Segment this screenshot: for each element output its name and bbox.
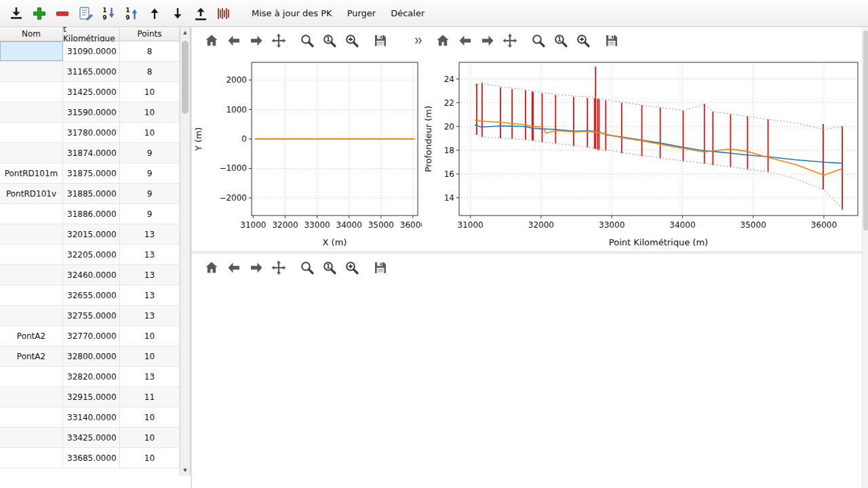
cell-pk[interactable]: 31590.0000 (63, 102, 120, 122)
sort-descending-button[interactable] (98, 3, 119, 24)
panel-scrollbar[interactable] (862, 27, 868, 488)
edit-list-button[interactable] (75, 3, 96, 24)
scroll-up-icon[interactable]: ▲ (180, 28, 190, 37)
cell-points[interactable]: 10 (120, 346, 180, 366)
cell-points[interactable]: 13 (120, 224, 180, 244)
cell-nom[interactable] (0, 123, 63, 142)
remove-section-button[interactable] (52, 3, 73, 24)
pan-button[interactable] (269, 30, 289, 51)
cell-nom[interactable]: PontA2 (0, 346, 63, 366)
forward-button[interactable] (246, 258, 267, 278)
table-row[interactable]: 32460.000013 (0, 265, 180, 285)
cell-points[interactable]: 8 (120, 62, 180, 81)
home-button[interactable] (201, 258, 222, 278)
table-scrollbar-thumb[interactable] (182, 41, 189, 114)
export-button[interactable] (190, 3, 212, 24)
cell-pk[interactable]: 31780.0000 (63, 123, 120, 142)
zoom-button[interactable] (297, 30, 317, 51)
cell-points[interactable]: 13 (120, 367, 180, 386)
cell-pk[interactable]: 31886.0000 (63, 204, 120, 224)
cell-nom[interactable] (0, 448, 63, 468)
table-row[interactable]: 32820.000013 (0, 367, 180, 387)
table-row[interactable]: 33140.000010 (0, 407, 180, 428)
cell-nom[interactable] (0, 224, 63, 244)
cell-nom[interactable] (0, 367, 63, 386)
cell-pk[interactable]: 32460.0000 (63, 265, 120, 285)
cell-points[interactable]: 13 (120, 285, 180, 305)
cell-nom[interactable] (0, 265, 63, 285)
shift-button[interactable]: Décaler (384, 3, 431, 24)
table-row[interactable]: 31780.000010 (0, 123, 180, 143)
back-button[interactable] (455, 30, 475, 51)
cell-points[interactable]: 9 (120, 184, 180, 203)
cell-pk[interactable]: 31874.0000 (63, 143, 120, 163)
scroll-down-icon[interactable]: ▼ (180, 466, 190, 475)
cell-pk[interactable]: 32205.0000 (63, 245, 120, 264)
cell-nom[interactable] (0, 82, 63, 102)
cell-pk[interactable]: 32800.0000 (63, 346, 120, 366)
cell-pk[interactable]: 32755.0000 (63, 306, 120, 325)
cell-points[interactable]: 13 (120, 306, 180, 325)
zoom-one-button[interactable] (551, 30, 571, 51)
profiles-button[interactable] (213, 3, 235, 24)
cell-pk[interactable]: 31425.0000 (63, 82, 120, 102)
cell-points[interactable]: 10 (120, 407, 180, 427)
table-row[interactable]: PontA232770.000010 (0, 326, 180, 346)
table-scrollbar[interactable]: ▲ ▼ (180, 27, 190, 476)
zoom-button[interactable] (297, 258, 317, 278)
cell-nom[interactable] (0, 387, 63, 407)
cell-nom[interactable] (0, 285, 63, 305)
panel-scrollbar-thumb[interactable] (863, 30, 868, 230)
table-row[interactable]: 32205.000013 (0, 245, 180, 265)
table-row[interactable]: PontA232800.000010 (0, 346, 180, 367)
table-row[interactable]: 33685.000010 (0, 448, 180, 468)
cell-pk[interactable]: 32655.0000 (63, 285, 120, 305)
cell-points[interactable]: 13 (120, 265, 180, 285)
cell-nom[interactable]: PontRD101m (0, 163, 63, 183)
column-header-pk[interactable]: t Kilométrique (63, 27, 120, 41)
cell-points[interactable]: 9 (120, 163, 180, 183)
table-row[interactable]: PontRD101v31885.00009 (0, 184, 180, 204)
table-row[interactable]: 31874.00009 (0, 143, 180, 163)
cell-points[interactable]: 10 (120, 428, 180, 447)
zoom-plus-button[interactable] (342, 30, 362, 51)
cell-pk[interactable]: 31090.0000 (63, 41, 120, 61)
cell-nom[interactable] (0, 407, 63, 427)
cell-pk[interactable]: 32015.0000 (63, 224, 120, 244)
forward-button[interactable] (477, 30, 498, 51)
cell-points[interactable]: 10 (120, 326, 180, 346)
zoom-one-button[interactable] (319, 30, 340, 51)
move-down-button[interactable] (167, 3, 189, 24)
table-row[interactable]: 32915.000011 (0, 387, 180, 407)
cell-points[interactable]: 9 (120, 204, 180, 224)
import-button[interactable] (5, 3, 27, 24)
table-row[interactable]: PontRD101m31875.00009 (0, 163, 180, 184)
cell-pk[interactable]: 33425.0000 (63, 428, 120, 447)
sort-ascending-button[interactable] (121, 3, 142, 24)
cell-nom[interactable]: PontA2 (0, 326, 63, 346)
table-row[interactable]: 31590.000010 (0, 102, 180, 123)
home-button[interactable] (433, 30, 453, 51)
save-button[interactable] (370, 30, 391, 51)
table-row[interactable]: 32755.000013 (0, 306, 180, 326)
column-header-points[interactable]: Points (120, 27, 180, 41)
cell-pk[interactable]: 31165.0000 (63, 62, 120, 81)
update-pk-button[interactable]: Mise à jour des PK (245, 3, 338, 24)
zoom-plus-button[interactable] (342, 258, 362, 278)
cell-points[interactable]: 8 (120, 41, 180, 61)
table-row[interactable]: 31165.00008 (0, 62, 180, 82)
table-row[interactable]: 31425.000010 (0, 82, 180, 102)
back-button[interactable] (224, 30, 244, 51)
cell-nom[interactable] (0, 245, 63, 264)
table-row[interactable]: 31090.00008 (0, 41, 180, 62)
zoom-one-button[interactable] (319, 258, 340, 278)
pan-button[interactable] (269, 258, 289, 278)
pan-button[interactable] (500, 30, 520, 51)
move-up-button[interactable] (144, 3, 165, 24)
table-row[interactable]: 32015.000013 (0, 224, 180, 245)
cell-nom[interactable] (0, 204, 63, 224)
back-button[interactable] (224, 258, 244, 278)
table-row[interactable]: 32655.000013 (0, 285, 180, 306)
horizontal-splitter[interactable] (192, 251, 863, 254)
cell-points[interactable]: 10 (120, 102, 180, 122)
